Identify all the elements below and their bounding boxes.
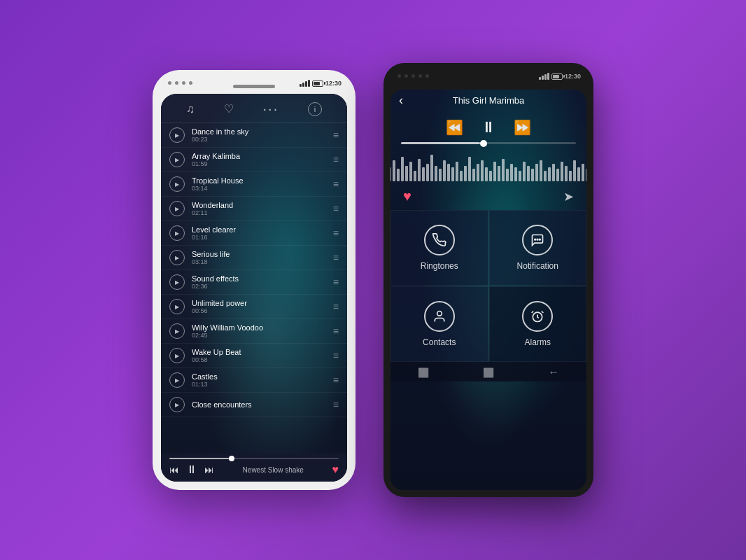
song-title: Castles	[192, 372, 333, 381]
phone1-notch: 12:30	[161, 78, 347, 94]
play-button[interactable]: ▶	[169, 250, 185, 265]
song-title: Dance in the sky	[192, 127, 333, 136]
list-item[interactable]: ▶ Dance in the sky 00:23 ≡	[161, 123, 347, 148]
back-button[interactable]: ‹	[399, 93, 403, 108]
play-button[interactable]: ▶	[169, 176, 185, 192]
play-button[interactable]: ▶	[169, 323, 185, 339]
song-menu-icon[interactable]: ≡	[333, 130, 339, 141]
audio-visualizer	[390, 150, 586, 185]
play-button[interactable]: ▶	[169, 127, 185, 143]
like-button[interactable]: ♥	[403, 188, 411, 204]
song-menu-icon[interactable]: ≡	[333, 203, 339, 214]
alarm-icon	[522, 301, 553, 332]
phone2-status-bar: 12:30	[539, 73, 581, 80]
list-item[interactable]: ▶ Wake Up Beat 00:58 ≡	[161, 344, 347, 368]
list-item[interactable]: ▶ Castles 01:13 ≡	[161, 368, 347, 393]
song-title: Sound effects	[192, 274, 333, 283]
player-action-bar: ♥ ➤	[390, 185, 586, 210]
song-menu-icon[interactable]: ≡	[333, 276, 339, 288]
play-button[interactable]: ▶	[169, 397, 185, 412]
list-item[interactable]: ▶ Array Kalimba 01:59 ≡	[161, 148, 347, 172]
progress-track[interactable]	[401, 142, 576, 144]
favorite-button[interactable]: ♥	[332, 463, 339, 476]
song-info: Sound effects 02:36	[192, 274, 333, 290]
progress-fill	[401, 142, 480, 144]
progress-bar[interactable]	[169, 458, 339, 459]
song-title: Wonderland	[192, 201, 333, 209]
notification-option[interactable]: Notification	[489, 210, 587, 286]
rewind-button[interactable]: ⏮	[169, 464, 179, 475]
song-title: Wake Up Beat	[192, 348, 333, 356]
play-button[interactable]: ▶	[169, 348, 185, 363]
play-button[interactable]: ▶	[169, 299, 185, 314]
list-item[interactable]: ▶ Wonderland 02:11 ≡	[161, 197, 347, 221]
track-title: This Girl Marimba	[453, 95, 525, 106]
progress-thumb	[480, 140, 487, 147]
phone1-header: ♫ ♡ ··· i	[161, 94, 347, 123]
fast-forward-button[interactable]: ⏭	[204, 464, 214, 475]
more-options-icon[interactable]: ···	[263, 101, 279, 117]
assign-options-grid: Ringtones Notification	[390, 210, 586, 362]
list-item[interactable]: ▶ Level clearer 01:16 ≡	[161, 221, 347, 246]
song-menu-icon[interactable]: ≡	[333, 154, 339, 165]
ringtones-option[interactable]: Ringtones	[390, 210, 488, 286]
play-button[interactable]: ▶	[169, 201, 185, 216]
contacts-icon	[424, 301, 455, 332]
pause-button[interactable]: ⏸	[186, 463, 197, 476]
song-menu-icon[interactable]: ≡	[333, 252, 339, 263]
list-item[interactable]: ▶ Serious life 03:18 ≡	[161, 246, 347, 270]
song-menu-icon[interactable]: ≡	[333, 178, 339, 190]
song-title: Serious life	[192, 250, 333, 258]
song-title: Unlimited power	[192, 299, 333, 307]
play-button[interactable]: ▶	[169, 274, 185, 290]
recent-apps-button[interactable]: ⬜	[418, 368, 429, 378]
player-controls: ⏪ ⏸ ⏩	[390, 111, 586, 142]
list-item[interactable]: ▶ Unlimited power 00:56 ≡	[161, 295, 347, 319]
song-duration: 00:58	[192, 356, 333, 363]
song-menu-icon[interactable]: ≡	[333, 227, 339, 239]
song-info: Wonderland 02:11	[192, 201, 333, 216]
play-button[interactable]: ▶	[169, 152, 185, 167]
song-menu-icon[interactable]: ≡	[333, 374, 339, 386]
now-playing-header: ‹ This Girl Marimba	[390, 90, 586, 111]
phone1: 12:30 ♫ ♡ ··· i ▶ Dance in the sky 00:23	[153, 70, 356, 490]
song-title: Array Kalimba	[192, 152, 333, 160]
list-item[interactable]: ▶ Close encounters ≡	[161, 393, 347, 417]
song-menu-icon[interactable]: ≡	[333, 326, 339, 337]
list-item[interactable]: ▶ Sound effects 02:36 ≡	[161, 270, 347, 295]
contacts-option[interactable]: Contacts	[390, 286, 488, 362]
home-button[interactable]: ⬜	[483, 368, 494, 378]
song-menu-icon[interactable]: ≡	[333, 301, 339, 312]
play-pause-button[interactable]: ⏸	[481, 118, 496, 136]
music-icon[interactable]: ♫	[186, 103, 195, 115]
song-title: Tropical House	[192, 176, 333, 185]
song-duration: 03:18	[192, 258, 333, 265]
info-icon[interactable]: i	[308, 102, 322, 116]
next-track-button[interactable]: ⏩	[514, 119, 531, 136]
prev-track-button[interactable]: ⏪	[446, 119, 463, 136]
player-footer: ⏮ ⏸ ⏭ Newest Slow shake ♥	[161, 454, 347, 482]
svg-point-1	[535, 239, 536, 240]
play-button[interactable]: ▶	[169, 225, 185, 241]
svg-point-2	[540, 239, 541, 240]
list-item[interactable]: ▶ Tropical House 03:14 ≡	[161, 172, 347, 197]
progress-fill	[169, 458, 229, 459]
list-item[interactable]: ▶ Willy William Voodoo 02:45 ≡	[161, 319, 347, 344]
song-menu-icon[interactable]: ≡	[333, 350, 339, 361]
phone2-time: 12:30	[565, 73, 581, 80]
phone1-time: 12:30	[325, 80, 342, 87]
play-button[interactable]: ▶	[169, 372, 185, 388]
song-info: Dance in the sky 00:23	[192, 127, 333, 143]
song-title: Level clearer	[192, 225, 333, 234]
song-duration: 01:59	[192, 160, 333, 167]
share-button[interactable]: ➤	[563, 189, 574, 204]
song-info: Unlimited power 00:56	[192, 299, 333, 314]
transport-controls: ⏮ ⏸ ⏭	[169, 463, 214, 476]
song-duration: 02:45	[192, 332, 333, 339]
alarms-option[interactable]: Alarms	[489, 286, 587, 362]
song-duration: 02:36	[192, 283, 333, 290]
back-nav-button[interactable]: ←	[548, 366, 559, 379]
song-info: Serious life 03:18	[192, 250, 333, 265]
favorites-icon[interactable]: ♡	[224, 102, 234, 115]
song-menu-icon[interactable]: ≡	[333, 399, 339, 410]
